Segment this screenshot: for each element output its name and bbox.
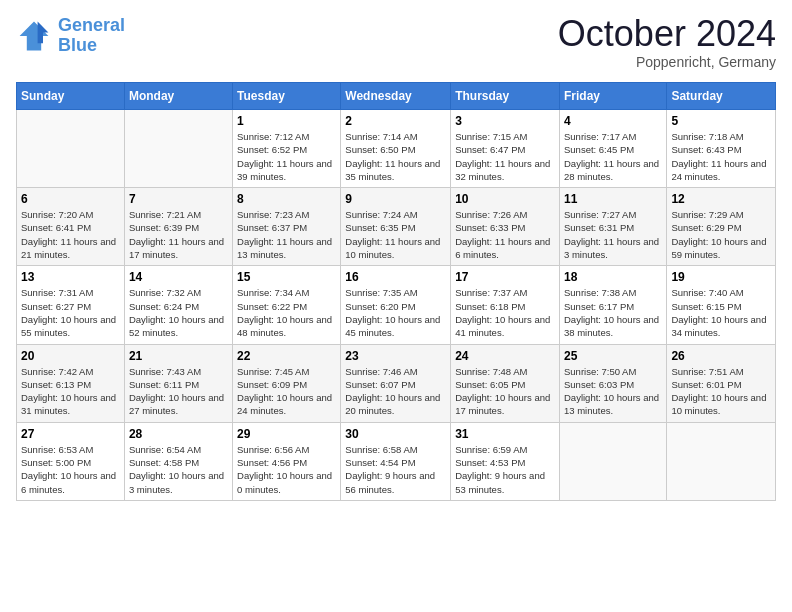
- logo-icon: [16, 18, 52, 54]
- day-number: 3: [455, 114, 555, 128]
- day-number: 18: [564, 270, 662, 284]
- day-number: 9: [345, 192, 446, 206]
- calendar-cell: 20Sunrise: 7:42 AMSunset: 6:13 PMDayligh…: [17, 344, 125, 422]
- calendar-cell: 26Sunrise: 7:51 AMSunset: 6:01 PMDayligh…: [667, 344, 776, 422]
- day-number: 6: [21, 192, 120, 206]
- day-info: Sunrise: 7:32 AMSunset: 6:24 PMDaylight:…: [129, 286, 228, 339]
- calendar-cell: 30Sunrise: 6:58 AMSunset: 4:54 PMDayligh…: [341, 422, 451, 500]
- col-header-thursday: Thursday: [451, 83, 560, 110]
- svg-marker-1: [38, 21, 49, 43]
- day-info: Sunrise: 7:34 AMSunset: 6:22 PMDaylight:…: [237, 286, 336, 339]
- day-info: Sunrise: 7:17 AMSunset: 6:45 PMDaylight:…: [564, 130, 662, 183]
- day-number: 15: [237, 270, 336, 284]
- day-info: Sunrise: 6:56 AMSunset: 4:56 PMDaylight:…: [237, 443, 336, 496]
- calendar-week-3: 13Sunrise: 7:31 AMSunset: 6:27 PMDayligh…: [17, 266, 776, 344]
- day-info: Sunrise: 7:14 AMSunset: 6:50 PMDaylight:…: [345, 130, 446, 183]
- calendar-table: SundayMondayTuesdayWednesdayThursdayFrid…: [16, 82, 776, 501]
- day-number: 30: [345, 427, 446, 441]
- day-number: 19: [671, 270, 771, 284]
- calendar-cell: 10Sunrise: 7:26 AMSunset: 6:33 PMDayligh…: [451, 188, 560, 266]
- day-info: Sunrise: 7:29 AMSunset: 6:29 PMDaylight:…: [671, 208, 771, 261]
- day-number: 4: [564, 114, 662, 128]
- calendar-header-row: SundayMondayTuesdayWednesdayThursdayFrid…: [17, 83, 776, 110]
- col-header-monday: Monday: [124, 83, 232, 110]
- calendar-cell: 6Sunrise: 7:20 AMSunset: 6:41 PMDaylight…: [17, 188, 125, 266]
- calendar-cell: 9Sunrise: 7:24 AMSunset: 6:35 PMDaylight…: [341, 188, 451, 266]
- day-info: Sunrise: 7:35 AMSunset: 6:20 PMDaylight:…: [345, 286, 446, 339]
- logo: General Blue: [16, 16, 125, 56]
- day-info: Sunrise: 7:48 AMSunset: 6:05 PMDaylight:…: [455, 365, 555, 418]
- day-number: 8: [237, 192, 336, 206]
- day-info: Sunrise: 7:23 AMSunset: 6:37 PMDaylight:…: [237, 208, 336, 261]
- day-number: 13: [21, 270, 120, 284]
- col-header-friday: Friday: [559, 83, 666, 110]
- day-number: 25: [564, 349, 662, 363]
- day-info: Sunrise: 7:37 AMSunset: 6:18 PMDaylight:…: [455, 286, 555, 339]
- day-info: Sunrise: 7:40 AMSunset: 6:15 PMDaylight:…: [671, 286, 771, 339]
- calendar-cell: 16Sunrise: 7:35 AMSunset: 6:20 PMDayligh…: [341, 266, 451, 344]
- calendar-cell: 19Sunrise: 7:40 AMSunset: 6:15 PMDayligh…: [667, 266, 776, 344]
- calendar-cell: 18Sunrise: 7:38 AMSunset: 6:17 PMDayligh…: [559, 266, 666, 344]
- calendar-cell: 15Sunrise: 7:34 AMSunset: 6:22 PMDayligh…: [233, 266, 341, 344]
- day-info: Sunrise: 7:50 AMSunset: 6:03 PMDaylight:…: [564, 365, 662, 418]
- day-number: 26: [671, 349, 771, 363]
- calendar-cell: 28Sunrise: 6:54 AMSunset: 4:58 PMDayligh…: [124, 422, 232, 500]
- day-info: Sunrise: 7:12 AMSunset: 6:52 PMDaylight:…: [237, 130, 336, 183]
- calendar-week-5: 27Sunrise: 6:53 AMSunset: 5:00 PMDayligh…: [17, 422, 776, 500]
- calendar-cell: 11Sunrise: 7:27 AMSunset: 6:31 PMDayligh…: [559, 188, 666, 266]
- day-info: Sunrise: 7:21 AMSunset: 6:39 PMDaylight:…: [129, 208, 228, 261]
- calendar-cell: 1Sunrise: 7:12 AMSunset: 6:52 PMDaylight…: [233, 110, 341, 188]
- col-header-sunday: Sunday: [17, 83, 125, 110]
- day-info: Sunrise: 7:43 AMSunset: 6:11 PMDaylight:…: [129, 365, 228, 418]
- calendar-cell: [124, 110, 232, 188]
- day-number: 22: [237, 349, 336, 363]
- day-number: 1: [237, 114, 336, 128]
- day-number: 2: [345, 114, 446, 128]
- calendar-cell: 3Sunrise: 7:15 AMSunset: 6:47 PMDaylight…: [451, 110, 560, 188]
- svg-marker-0: [20, 21, 49, 50]
- day-number: 31: [455, 427, 555, 441]
- calendar-cell: [667, 422, 776, 500]
- day-number: 23: [345, 349, 446, 363]
- calendar-cell: 7Sunrise: 7:21 AMSunset: 6:39 PMDaylight…: [124, 188, 232, 266]
- col-header-saturday: Saturday: [667, 83, 776, 110]
- title-block: October 2024 Poppenricht, Germany: [558, 16, 776, 70]
- calendar-cell: 25Sunrise: 7:50 AMSunset: 6:03 PMDayligh…: [559, 344, 666, 422]
- day-number: 7: [129, 192, 228, 206]
- day-info: Sunrise: 6:59 AMSunset: 4:53 PMDaylight:…: [455, 443, 555, 496]
- month-title: October 2024: [558, 16, 776, 52]
- day-number: 27: [21, 427, 120, 441]
- calendar-cell: [17, 110, 125, 188]
- day-info: Sunrise: 7:38 AMSunset: 6:17 PMDaylight:…: [564, 286, 662, 339]
- calendar-cell: 5Sunrise: 7:18 AMSunset: 6:43 PMDaylight…: [667, 110, 776, 188]
- day-number: 14: [129, 270, 228, 284]
- day-info: Sunrise: 7:31 AMSunset: 6:27 PMDaylight:…: [21, 286, 120, 339]
- day-info: Sunrise: 6:53 AMSunset: 5:00 PMDaylight:…: [21, 443, 120, 496]
- calendar-cell: 29Sunrise: 6:56 AMSunset: 4:56 PMDayligh…: [233, 422, 341, 500]
- day-info: Sunrise: 7:24 AMSunset: 6:35 PMDaylight:…: [345, 208, 446, 261]
- calendar-cell: 4Sunrise: 7:17 AMSunset: 6:45 PMDaylight…: [559, 110, 666, 188]
- calendar-cell: 23Sunrise: 7:46 AMSunset: 6:07 PMDayligh…: [341, 344, 451, 422]
- calendar-week-2: 6Sunrise: 7:20 AMSunset: 6:41 PMDaylight…: [17, 188, 776, 266]
- day-info: Sunrise: 7:20 AMSunset: 6:41 PMDaylight:…: [21, 208, 120, 261]
- calendar-cell: [559, 422, 666, 500]
- day-info: Sunrise: 7:42 AMSunset: 6:13 PMDaylight:…: [21, 365, 120, 418]
- calendar-cell: 17Sunrise: 7:37 AMSunset: 6:18 PMDayligh…: [451, 266, 560, 344]
- calendar-cell: 31Sunrise: 6:59 AMSunset: 4:53 PMDayligh…: [451, 422, 560, 500]
- calendar-cell: 27Sunrise: 6:53 AMSunset: 5:00 PMDayligh…: [17, 422, 125, 500]
- calendar-cell: 14Sunrise: 7:32 AMSunset: 6:24 PMDayligh…: [124, 266, 232, 344]
- col-header-wednesday: Wednesday: [341, 83, 451, 110]
- day-number: 21: [129, 349, 228, 363]
- day-number: 16: [345, 270, 446, 284]
- calendar-week-4: 20Sunrise: 7:42 AMSunset: 6:13 PMDayligh…: [17, 344, 776, 422]
- day-info: Sunrise: 6:54 AMSunset: 4:58 PMDaylight:…: [129, 443, 228, 496]
- day-info: Sunrise: 7:15 AMSunset: 6:47 PMDaylight:…: [455, 130, 555, 183]
- location: Poppenricht, Germany: [558, 54, 776, 70]
- day-number: 28: [129, 427, 228, 441]
- calendar-cell: 2Sunrise: 7:14 AMSunset: 6:50 PMDaylight…: [341, 110, 451, 188]
- page-header: General Blue October 2024 Poppenricht, G…: [16, 16, 776, 70]
- day-info: Sunrise: 7:26 AMSunset: 6:33 PMDaylight:…: [455, 208, 555, 261]
- day-number: 20: [21, 349, 120, 363]
- day-info: Sunrise: 7:45 AMSunset: 6:09 PMDaylight:…: [237, 365, 336, 418]
- day-info: Sunrise: 7:27 AMSunset: 6:31 PMDaylight:…: [564, 208, 662, 261]
